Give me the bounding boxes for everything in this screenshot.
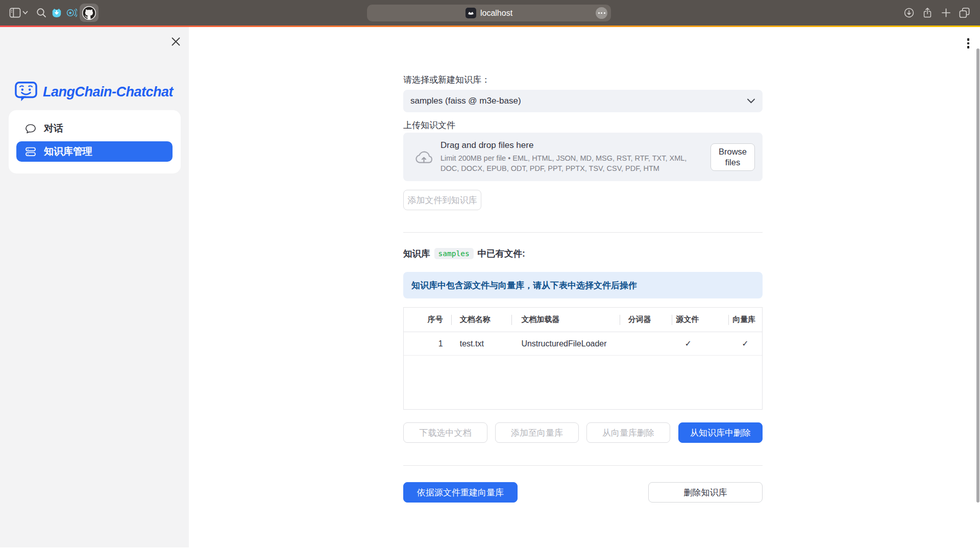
- cell-index: 1: [404, 339, 451, 348]
- dropzone-title: Drag and drop files here: [440, 140, 703, 151]
- divider: [403, 465, 763, 466]
- page-scrollbar[interactable]: [976, 48, 979, 503]
- chatchat-logo-icon: [14, 81, 38, 103]
- kb-name-code: samples: [434, 248, 474, 259]
- kb-select-value: samples (faiss @ m3e-base): [410, 96, 747, 106]
- info-banner: 知识库中包含源文件与向量库，请从下表中选择文件后操作: [403, 272, 763, 298]
- col-header-loader: 文档加载器: [511, 308, 619, 332]
- col-header-splitter: 分词器: [620, 308, 672, 332]
- tabs-overview-icon[interactable]: [959, 7, 970, 19]
- site-favicon: [465, 8, 476, 18]
- kb-heading-prefix: 知识库: [403, 247, 430, 260]
- chevron-down-icon[interactable]: [22, 11, 28, 15]
- address-more-button[interactable]: [596, 7, 607, 19]
- database-icon: [25, 146, 36, 157]
- divider: [403, 232, 763, 233]
- file-dropzone[interactable]: Drag and drop files here Limit 200MB per…: [403, 133, 763, 181]
- cell-name: test.txt: [451, 339, 512, 348]
- sidebar-item-label: 知识库管理: [44, 145, 92, 158]
- address-bar[interactable]: localhost: [367, 5, 611, 21]
- files-table: 序号 文档名称 文档加载器 分词器 源文件 向量库 1 test.txt Uns…: [403, 307, 763, 410]
- table-header: 序号 文档名称 文档加载器 分词器 源文件 向量库: [404, 308, 762, 332]
- sidebar-toggle-icon[interactable]: [9, 8, 21, 18]
- main-area: 请选择或新建知识库： samples (faiss @ m3e-base) 上传…: [189, 27, 980, 551]
- col-header-index: 序号: [404, 308, 451, 332]
- browse-files-button[interactable]: Browse files: [710, 143, 755, 171]
- circles-extension-icon[interactable]: [66, 7, 77, 18]
- app-title: LangChain-Chatchat: [43, 84, 173, 100]
- downloads-icon[interactable]: [903, 7, 915, 18]
- add-files-button[interactable]: 添加文件到知识库: [403, 190, 481, 210]
- sidebar-item-knowledge-base[interactable]: 知识库管理: [16, 141, 173, 162]
- new-tab-icon[interactable]: [941, 8, 951, 18]
- col-header-name: 文档名称: [451, 308, 512, 332]
- cloud-upload-icon: [414, 149, 433, 165]
- col-header-vector: 向量库: [728, 308, 762, 332]
- search-icon[interactable]: [36, 8, 46, 18]
- cell-source-check: ✓: [671, 339, 728, 348]
- sidebar-close-icon[interactable]: [169, 35, 182, 48]
- upload-label: 上传知识文件: [403, 119, 763, 131]
- delete-kb-button[interactable]: 删除知识库: [648, 482, 763, 503]
- app-logo: LangChain-Chatchat: [14, 81, 173, 103]
- browser-toolbar: localhost: [0, 0, 980, 26]
- kb-files-heading: 知识库 samples 中已有文件:: [403, 246, 763, 261]
- cell-loader: UnstructuredFileLoader: [511, 339, 619, 348]
- share-icon[interactable]: [922, 7, 933, 19]
- cat-download-extension-icon[interactable]: [51, 8, 62, 18]
- chevron-down-icon: [747, 98, 755, 104]
- remove-from-vector-button[interactable]: 从向量库删除: [586, 422, 670, 443]
- address-url: localhost: [480, 9, 512, 18]
- chat-bubble-icon: [25, 123, 36, 134]
- kb-heading-suffix: 中已有文件:: [478, 247, 525, 260]
- sidebar-bottom-strip: [0, 547, 189, 551]
- file-actions: 下载选中文档 添加至向量库 从向量库删除 从知识库中删除: [403, 422, 763, 443]
- cell-vector-check: ✓: [728, 339, 762, 348]
- rebuild-vector-store-button[interactable]: 依据源文件重建向量库: [403, 482, 518, 503]
- app-menu-icon[interactable]: [964, 36, 973, 51]
- col-header-source: 源文件: [672, 308, 729, 332]
- sidebar-menu: 对话 知识库管理: [9, 110, 181, 173]
- kb-select[interactable]: samples (faiss @ m3e-base): [403, 90, 763, 112]
- sidebar: LangChain-Chatchat 对话 知识库管理: [0, 27, 189, 551]
- page-content: 请选择或新建知识库： samples (faiss @ m3e-base) 上传…: [403, 27, 763, 537]
- github-icon[interactable]: [80, 4, 99, 22]
- dropzone-limit: Limit 200MB per file • EML, HTML, JSON, …: [440, 154, 703, 173]
- github-mark: [82, 6, 96, 20]
- sidebar-item-label: 对话: [44, 122, 63, 135]
- download-selected-button[interactable]: 下载选中文档: [403, 422, 487, 443]
- add-to-vector-button[interactable]: 添加至向量库: [495, 422, 579, 443]
- table-row[interactable]: 1 test.txt UnstructuredFileLoader ✓ ✓: [404, 332, 762, 356]
- delete-from-kb-button[interactable]: 从知识库中删除: [678, 422, 763, 443]
- kb-select-label: 请选择或新建知识库：: [403, 74, 763, 86]
- sidebar-item-chat[interactable]: 对话: [16, 120, 173, 137]
